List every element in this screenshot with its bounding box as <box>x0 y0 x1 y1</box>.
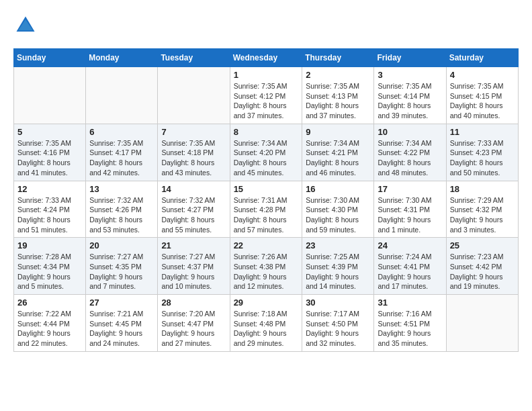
weekday-header-tuesday: Tuesday <box>158 49 230 67</box>
calendar-cell: 27Sunrise: 7:21 AM Sunset: 4:45 PM Dayli… <box>86 295 158 352</box>
calendar-cell <box>14 67 86 124</box>
day-number: 10 <box>378 127 442 137</box>
weekday-header-saturday: Saturday <box>446 49 518 67</box>
day-number: 19 <box>17 240 82 250</box>
day-info: Sunrise: 7:20 AM Sunset: 4:47 PM Dayligh… <box>161 309 226 349</box>
calendar-week-row: 5Sunrise: 7:35 AM Sunset: 4:16 PM Daylig… <box>14 124 519 181</box>
calendar-cell <box>86 67 158 124</box>
day-info: Sunrise: 7:27 AM Sunset: 4:35 PM Dayligh… <box>89 252 154 291</box>
page-header <box>13 13 519 38</box>
day-number: 18 <box>450 184 515 194</box>
calendar-week-row: 26Sunrise: 7:22 AM Sunset: 4:44 PM Dayli… <box>14 295 519 352</box>
calendar-cell: 3Sunrise: 7:35 AM Sunset: 4:14 PM Daylig… <box>374 67 446 124</box>
calendar-cell: 15Sunrise: 7:31 AM Sunset: 4:28 PM Dayli… <box>230 181 302 238</box>
calendar-cell: 20Sunrise: 7:27 AM Sunset: 4:35 PM Dayli… <box>86 238 158 295</box>
day-number: 20 <box>89 240 154 250</box>
calendar-cell: 2Sunrise: 7:35 AM Sunset: 4:13 PM Daylig… <box>302 67 374 124</box>
day-number: 16 <box>306 184 370 194</box>
day-info: Sunrise: 7:26 AM Sunset: 4:38 PM Dayligh… <box>234 252 299 291</box>
logo <box>13 13 40 38</box>
day-number: 1 <box>234 70 299 80</box>
calendar-cell: 10Sunrise: 7:34 AM Sunset: 4:22 PM Dayli… <box>374 124 446 181</box>
day-info: Sunrise: 7:35 AM Sunset: 4:15 PM Dayligh… <box>450 81 515 121</box>
day-number: 12 <box>17 184 82 194</box>
day-number: 24 <box>378 240 442 250</box>
day-info: Sunrise: 7:18 AM Sunset: 4:48 PM Dayligh… <box>234 309 299 349</box>
calendar-table: SundayMondayTuesdayWednesdayThursdayFrid… <box>13 48 519 352</box>
calendar-header-row: SundayMondayTuesdayWednesdayThursdayFrid… <box>14 49 519 67</box>
calendar-cell: 21Sunrise: 7:27 AM Sunset: 4:37 PM Dayli… <box>158 238 230 295</box>
day-info: Sunrise: 7:34 AM Sunset: 4:20 PM Dayligh… <box>234 138 299 178</box>
logo-icon <box>13 13 38 38</box>
day-info: Sunrise: 7:35 AM Sunset: 4:18 PM Dayligh… <box>161 138 226 178</box>
day-number: 4 <box>450 70 515 80</box>
day-number: 7 <box>161 127 226 137</box>
day-number: 13 <box>89 184 154 194</box>
day-number: 27 <box>89 298 154 308</box>
day-number: 3 <box>378 70 442 80</box>
calendar-cell: 24Sunrise: 7:24 AM Sunset: 4:41 PM Dayli… <box>374 238 446 295</box>
day-info: Sunrise: 7:28 AM Sunset: 4:34 PM Dayligh… <box>17 252 82 291</box>
calendar-cell: 31Sunrise: 7:16 AM Sunset: 4:51 PM Dayli… <box>374 295 446 352</box>
calendar-cell <box>158 67 230 124</box>
day-info: Sunrise: 7:33 AM Sunset: 4:23 PM Dayligh… <box>450 138 515 178</box>
day-info: Sunrise: 7:17 AM Sunset: 4:50 PM Dayligh… <box>306 309 370 349</box>
calendar-cell: 23Sunrise: 7:25 AM Sunset: 4:39 PM Dayli… <box>302 238 374 295</box>
calendar-cell: 30Sunrise: 7:17 AM Sunset: 4:50 PM Dayli… <box>302 295 374 352</box>
calendar-cell: 1Sunrise: 7:35 AM Sunset: 4:12 PM Daylig… <box>230 67 302 124</box>
day-info: Sunrise: 7:27 AM Sunset: 4:37 PM Dayligh… <box>161 252 226 291</box>
calendar-week-row: 12Sunrise: 7:33 AM Sunset: 4:24 PM Dayli… <box>14 181 519 238</box>
day-number: 30 <box>306 298 370 308</box>
calendar-cell: 5Sunrise: 7:35 AM Sunset: 4:16 PM Daylig… <box>14 124 86 181</box>
calendar-cell: 29Sunrise: 7:18 AM Sunset: 4:48 PM Dayli… <box>230 295 302 352</box>
day-info: Sunrise: 7:23 AM Sunset: 4:42 PM Dayligh… <box>450 252 515 291</box>
day-info: Sunrise: 7:32 AM Sunset: 4:26 PM Dayligh… <box>89 195 154 235</box>
calendar-cell <box>446 295 518 352</box>
calendar-cell: 8Sunrise: 7:34 AM Sunset: 4:20 PM Daylig… <box>230 124 302 181</box>
day-number: 2 <box>306 70 370 80</box>
day-info: Sunrise: 7:29 AM Sunset: 4:32 PM Dayligh… <box>450 195 515 235</box>
day-number: 28 <box>161 298 226 308</box>
day-info: Sunrise: 7:22 AM Sunset: 4:44 PM Dayligh… <box>17 309 82 349</box>
day-info: Sunrise: 7:35 AM Sunset: 4:14 PM Dayligh… <box>378 81 442 121</box>
day-number: 9 <box>306 127 370 137</box>
calendar-cell: 14Sunrise: 7:32 AM Sunset: 4:27 PM Dayli… <box>158 181 230 238</box>
day-info: Sunrise: 7:24 AM Sunset: 4:41 PM Dayligh… <box>378 252 442 291</box>
day-number: 21 <box>161 240 226 250</box>
day-number: 22 <box>234 240 299 250</box>
day-number: 29 <box>234 298 299 308</box>
calendar-cell: 11Sunrise: 7:33 AM Sunset: 4:23 PM Dayli… <box>446 124 518 181</box>
weekday-header-monday: Monday <box>86 49 158 67</box>
calendar-cell: 25Sunrise: 7:23 AM Sunset: 4:42 PM Dayli… <box>446 238 518 295</box>
day-info: Sunrise: 7:31 AM Sunset: 4:28 PM Dayligh… <box>234 195 299 235</box>
calendar-cell: 12Sunrise: 7:33 AM Sunset: 4:24 PM Dayli… <box>14 181 86 238</box>
day-number: 25 <box>450 240 515 250</box>
calendar-cell: 22Sunrise: 7:26 AM Sunset: 4:38 PM Dayli… <box>230 238 302 295</box>
day-info: Sunrise: 7:16 AM Sunset: 4:51 PM Dayligh… <box>378 309 442 349</box>
day-info: Sunrise: 7:35 AM Sunset: 4:13 PM Dayligh… <box>306 81 370 121</box>
day-info: Sunrise: 7:34 AM Sunset: 4:22 PM Dayligh… <box>378 138 442 178</box>
calendar-cell: 4Sunrise: 7:35 AM Sunset: 4:15 PM Daylig… <box>446 67 518 124</box>
day-info: Sunrise: 7:25 AM Sunset: 4:39 PM Dayligh… <box>306 252 370 291</box>
day-number: 17 <box>378 184 442 194</box>
calendar-cell: 26Sunrise: 7:22 AM Sunset: 4:44 PM Dayli… <box>14 295 86 352</box>
day-info: Sunrise: 7:35 AM Sunset: 4:17 PM Dayligh… <box>89 138 154 178</box>
day-info: Sunrise: 7:30 AM Sunset: 4:31 PM Dayligh… <box>378 195 442 235</box>
day-number: 23 <box>306 240 370 250</box>
calendar-cell: 28Sunrise: 7:20 AM Sunset: 4:47 PM Dayli… <box>158 295 230 352</box>
weekday-header-friday: Friday <box>374 49 446 67</box>
weekday-header-wednesday: Wednesday <box>230 49 302 67</box>
calendar-week-row: 1Sunrise: 7:35 AM Sunset: 4:12 PM Daylig… <box>14 67 519 124</box>
day-number: 26 <box>17 298 82 308</box>
day-number: 5 <box>17 127 82 137</box>
weekday-header-thursday: Thursday <box>302 49 374 67</box>
calendar-cell: 16Sunrise: 7:30 AM Sunset: 4:30 PM Dayli… <box>302 181 374 238</box>
day-info: Sunrise: 7:21 AM Sunset: 4:45 PM Dayligh… <box>89 309 154 349</box>
day-info: Sunrise: 7:30 AM Sunset: 4:30 PM Dayligh… <box>306 195 370 235</box>
day-info: Sunrise: 7:35 AM Sunset: 4:12 PM Dayligh… <box>234 81 299 121</box>
day-number: 6 <box>89 127 154 137</box>
day-info: Sunrise: 7:34 AM Sunset: 4:21 PM Dayligh… <box>306 138 370 178</box>
day-info: Sunrise: 7:32 AM Sunset: 4:27 PM Dayligh… <box>161 195 226 235</box>
calendar-cell: 17Sunrise: 7:30 AM Sunset: 4:31 PM Dayli… <box>374 181 446 238</box>
day-number: 15 <box>234 184 299 194</box>
